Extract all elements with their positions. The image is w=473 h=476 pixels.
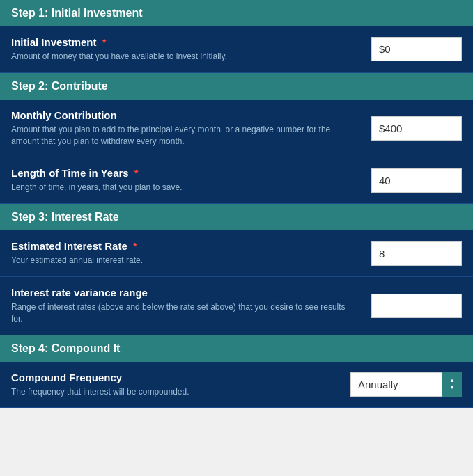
interest-rate-variance-label-block: Interest rate variance range Range of in… xyxy=(11,287,371,325)
monthly-contribution-row: Monthly Contribution Amount that you pla… xyxy=(0,100,473,158)
estimated-interest-rate-description: Your estimated annual interest rate. xyxy=(11,255,357,267)
interest-rate-variance-description: Range of interest rates (above and below… xyxy=(11,301,357,325)
length-of-time-input[interactable] xyxy=(371,168,462,193)
step2-header: Step 2: Contribute xyxy=(0,73,473,100)
monthly-contribution-input[interactable] xyxy=(371,116,462,141)
interest-rate-variance-input[interactable] xyxy=(371,294,462,318)
estimated-interest-rate-label-block: Estimated Interest Rate * Your estimated… xyxy=(11,240,371,267)
monthly-contribution-description: Amount that you plan to add to the princ… xyxy=(11,124,357,148)
compound-frequency-label: Compound Frequency xyxy=(11,372,336,383)
length-of-time-label: Length of Time in Years * xyxy=(11,167,357,179)
compound-frequency-description: The frequency that interest will be comp… xyxy=(11,386,336,398)
initial-investment-input[interactable] xyxy=(371,37,462,61)
initial-investment-description: Amount of money that you have available … xyxy=(11,51,357,63)
compound-frequency-row: Compound Frequency The frequency that in… xyxy=(0,362,473,408)
step3-header-text: Step 3: Interest Rate xyxy=(11,211,119,223)
interest-rate-variance-row: Interest rate variance range Range of in… xyxy=(0,277,473,335)
initial-investment-label-block: Initial Investment * Amount of money tha… xyxy=(11,36,371,63)
initial-investment-label: Initial Investment * xyxy=(11,36,357,48)
step4-header: Step 4: Compound It xyxy=(0,335,473,362)
estimated-interest-rate-label: Estimated Interest Rate * xyxy=(11,240,357,252)
compound-frequency-select[interactable]: Annually Semi-Annually Quarterly Monthly… xyxy=(350,372,462,397)
compound-frequency-select-wrapper: Annually Semi-Annually Quarterly Monthly… xyxy=(350,372,462,397)
estimated-interest-rate-row: Estimated Interest Rate * Your estimated… xyxy=(0,230,473,277)
length-of-time-label-block: Length of Time in Years * Length of time… xyxy=(11,167,371,193)
step3-header: Step 3: Interest Rate xyxy=(0,204,473,230)
step2-header-text: Step 2: Contribute xyxy=(11,80,108,92)
monthly-contribution-label: Monthly Contribution xyxy=(11,109,357,121)
length-of-time-required: * xyxy=(134,167,139,179)
initial-investment-row: Initial Investment * Amount of money tha… xyxy=(0,26,473,73)
estimated-interest-rate-input[interactable] xyxy=(371,241,462,266)
estimated-interest-rate-required: * xyxy=(133,240,137,252)
monthly-contribution-label-block: Monthly Contribution Amount that you pla… xyxy=(11,109,371,148)
initial-investment-required: * xyxy=(102,36,107,48)
interest-rate-variance-label: Interest rate variance range xyxy=(11,287,357,299)
step1-header: Step 1: Initial Investment xyxy=(0,0,473,26)
step1-header-text: Step 1: Initial Investment xyxy=(11,7,142,19)
step4-header-text: Step 4: Compound It xyxy=(11,342,120,354)
page-wrapper: Step 1: Initial Investment Initial Inves… xyxy=(0,0,473,408)
length-of-time-row: Length of Time in Years * Length of time… xyxy=(0,157,473,204)
compound-frequency-label-block: Compound Frequency The frequency that in… xyxy=(11,372,350,398)
length-of-time-description: Length of time, in years, that you plan … xyxy=(11,182,357,193)
